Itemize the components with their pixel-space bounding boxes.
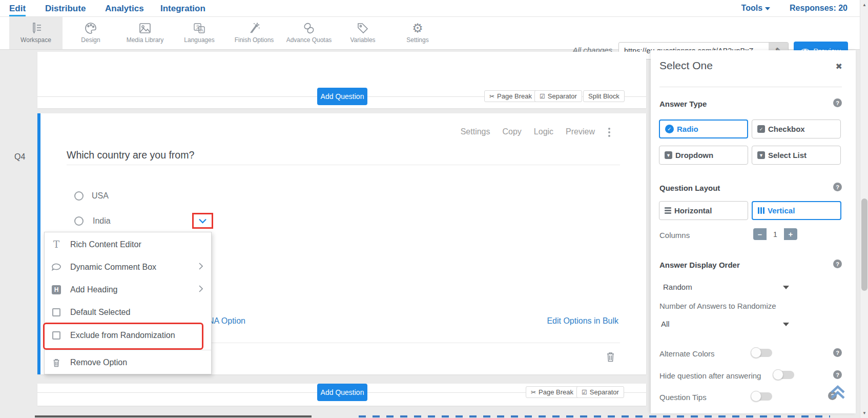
columns-label: Columns	[659, 231, 690, 240]
menu-item-rich-content-editor[interactable]: T Rich Content Editor	[45, 233, 211, 256]
responses-count[interactable]: Responses: 20	[790, 4, 848, 13]
toolbar-item-finish-options[interactable]: Finish Options	[228, 17, 281, 49]
option-context-menu: T Rich Content Editor Dynamic Comment Bo…	[44, 232, 212, 374]
plus-button[interactable]: +	[784, 228, 797, 240]
hide-question-toggle[interactable]	[774, 371, 794, 379]
radio-check-icon: ✓	[665, 125, 674, 133]
checked-box-icon: ☑	[540, 93, 545, 100]
randomize-count-select[interactable]: All	[661, 320, 670, 328]
layout-horizontal[interactable]: Horizontal	[659, 201, 748, 220]
help-icon[interactable]: ?	[833, 98, 842, 107]
answer-type-checkbox[interactable]: ✓ Checkbox	[752, 120, 841, 138]
top-nav: Edit Distribute Analytics Integration To…	[0, 0, 868, 17]
question-logic-link[interactable]: Logic	[534, 127, 553, 136]
chevron-down-icon	[198, 218, 207, 224]
page-break-button-bottom[interactable]: ✂Page Break	[526, 386, 578, 398]
rich-text-icon: T	[51, 240, 62, 249]
scroll-up-icon[interactable]: ▲	[860, 1, 868, 9]
add-question-button-top[interactable]: Add Question	[317, 88, 367, 105]
toolbar-item-label: Design	[81, 36, 100, 44]
select-caret-icon[interactable]	[783, 286, 789, 289]
page-scrollbar[interactable]: ▲ ▼	[860, 0, 868, 418]
answer-type-select-list[interactable]: ▼ Select List	[752, 146, 841, 165]
toolbar-item-label: Variables	[350, 36, 375, 44]
tools-menu[interactable]: Tools	[741, 4, 770, 13]
double-chevron-up-icon[interactable]: ?	[828, 385, 846, 401]
delete-question-icon[interactable]	[606, 351, 615, 364]
toolbar-item-settings[interactable]: ⚙ Settings	[391, 17, 444, 49]
svg-text:A: A	[200, 28, 203, 33]
randomize-count-label: Number of Answers to Randomize	[659, 302, 776, 310]
horizontal-bars-icon	[665, 207, 671, 214]
toolbar-item-advance-quotas[interactable]: Advance Quotas	[282, 17, 336, 49]
page-break-button-top[interactable]: ✂Page Break	[484, 90, 537, 102]
question-title[interactable]: Which country are you from?	[67, 149, 194, 161]
radio-option-india[interactable]	[74, 216, 84, 226]
option-label-usa[interactable]: USA	[92, 191, 109, 201]
variables-icon	[356, 21, 369, 35]
toolbar-item-workspace[interactable]: Workspace	[9, 17, 63, 49]
layout-vertical[interactable]: Vertical	[752, 201, 841, 220]
clipped-content-bar	[35, 415, 312, 417]
na-option-link[interactable]: NA Option	[208, 316, 245, 326]
editor-toolbar: Workspace Design Media Library 文A Langua…	[0, 17, 868, 50]
menu-item-default-selected[interactable]: Default Selected	[45, 301, 211, 324]
answer-display-order-label: Answer Display Order	[659, 261, 740, 269]
display-order-select[interactable]: Random	[663, 283, 692, 291]
question-number: Q4	[14, 152, 25, 162]
separator-button-top[interactable]: ☑Separator	[534, 90, 582, 102]
split-block-button[interactable]: Split Block	[583, 90, 625, 102]
questionpro-editor: Edit Distribute Analytics Integration To…	[0, 0, 868, 418]
toolbar-item-media-library[interactable]: Media Library	[118, 17, 172, 49]
submenu-chevron-icon	[199, 263, 203, 272]
clipped-dashed-line	[359, 415, 830, 417]
submenu-chevron-icon	[199, 285, 203, 294]
select-caret-icon[interactable]	[783, 323, 789, 326]
minus-button[interactable]: –	[753, 228, 767, 240]
toolbar-item-label: Finish Options	[235, 36, 274, 44]
menu-item-exclude-from-randomization[interactable]: Exclude from Randomization	[45, 324, 211, 347]
menu-item-dynamic-comment-box[interactable]: Dynamic Comment Box	[45, 256, 211, 278]
add-question-button-bottom[interactable]: Add Question	[317, 384, 367, 401]
help-icon[interactable]: ?	[833, 183, 842, 191]
help-icon[interactable]: ?	[833, 260, 842, 268]
question-actions: Settings Copy Logic Preview	[461, 127, 595, 136]
scroll-down-icon[interactable]: ▼	[860, 409, 868, 417]
answer-type-dropdown[interactable]: ▼ Dropdown	[659, 146, 748, 165]
separator-button-bottom[interactable]: ☑Separator	[576, 386, 624, 398]
checkbox-check-icon: ✓	[757, 125, 765, 133]
close-icon[interactable]: ✖	[836, 62, 842, 71]
nav-tab-integration[interactable]: Integration	[160, 4, 205, 14]
nav-tab-distribute[interactable]: Distribute	[45, 4, 86, 14]
answer-type-radio[interactable]: ✓ Radio	[659, 120, 748, 138]
toolbar-item-label: Workspace	[20, 36, 51, 44]
option-label-india[interactable]: India	[93, 216, 111, 226]
edit-options-in-bulk-link[interactable]: Edit Options in Bulk	[547, 316, 618, 326]
nav-tab-edit[interactable]: Edit	[9, 4, 26, 14]
sidebar-title: Select One	[659, 59, 713, 72]
question-copy-link[interactable]: Copy	[502, 127, 521, 136]
radio-option-usa[interactable]	[74, 191, 84, 201]
alternate-colors-toggle[interactable]	[752, 349, 772, 357]
heading-icon: H	[51, 285, 62, 294]
design-icon	[84, 21, 97, 35]
menu-item-remove-option[interactable]: Remove Option	[45, 351, 211, 374]
question-tips-toggle[interactable]	[752, 392, 772, 401]
scrollbar-thumb[interactable]	[861, 198, 867, 291]
scissors-icon: ✂	[531, 389, 536, 396]
columns-stepper: – 1 +	[753, 228, 797, 240]
checkbox-icon	[51, 308, 62, 316]
question-preview-link[interactable]: Preview	[566, 127, 595, 136]
toolbar-item-languages[interactable]: 文A Languages	[173, 17, 226, 49]
nav-tab-analytics[interactable]: Analytics	[105, 4, 144, 14]
toolbar-item-design[interactable]: Design	[64, 17, 117, 49]
question-settings-link[interactable]: Settings	[461, 127, 490, 136]
help-icon[interactable]: ?	[833, 370, 842, 379]
menu-item-add-heading[interactable]: H Add Heading	[45, 278, 211, 301]
block-section-bottom: Add Question ✂Page Break ☑Separator	[37, 384, 646, 406]
question-more-menu-icon[interactable]	[608, 126, 611, 138]
option-actions-chevron-button[interactable]	[192, 213, 213, 229]
question-layout-label: Question Layout	[659, 184, 720, 192]
help-icon[interactable]: ?	[833, 348, 842, 357]
toolbar-item-variables[interactable]: Variables	[336, 17, 389, 49]
